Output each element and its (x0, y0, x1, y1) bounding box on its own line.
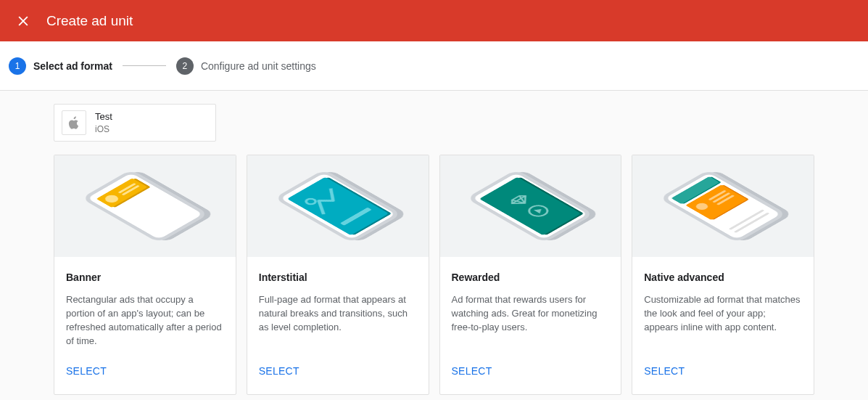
app-selector[interactable]: Test iOS (54, 104, 216, 142)
format-card-banner: Banner Rectangular ads that occupy a por… (54, 155, 236, 395)
format-card-interstitial: Interstitial Full-page ad format that ap… (247, 155, 429, 395)
app-name: Test (95, 111, 112, 123)
step-configure-settings[interactable]: 2 Configure ad unit settings (176, 57, 316, 75)
app-platform: iOS (95, 124, 112, 134)
close-icon[interactable] (15, 12, 32, 30)
interstitial-illustration (247, 155, 429, 257)
content-area: Test iOS Banner Rectangular ads that occ… (0, 91, 868, 400)
select-banner-button[interactable]: SELECT (66, 359, 107, 383)
select-interstitial-button[interactable]: SELECT (259, 359, 299, 383)
step-label-1: Select ad format (33, 60, 112, 72)
card-title: Banner (66, 272, 224, 283)
page-title: Create ad unit (46, 13, 133, 29)
select-native-button[interactable]: SELECT (644, 359, 685, 383)
header-bar: Create ad unit (0, 0, 868, 41)
step-number-1: 1 (9, 57, 26, 75)
apple-icon (62, 110, 86, 135)
app-info: Test iOS (95, 111, 112, 134)
banner-illustration (54, 155, 236, 257)
card-description: Ad format that rewards users for watchin… (452, 293, 610, 348)
card-title: Interstitial (259, 272, 417, 283)
format-card-rewarded: Rewarded Ad format that rewards users fo… (439, 155, 622, 395)
svg-point-2 (304, 197, 317, 205)
stepper: 1 Select ad format 2 Configure ad unit s… (0, 41, 868, 91)
step-select-format[interactable]: 1 Select ad format (9, 57, 112, 75)
card-description: Rectangular ads that occupy a portion of… (66, 293, 224, 348)
step-label-2: Configure ad unit settings (201, 60, 316, 72)
native-illustration (632, 155, 814, 257)
step-connector (123, 65, 166, 66)
card-description: Customizable ad format that matches the … (644, 293, 802, 348)
step-number-2: 2 (176, 57, 194, 75)
format-card-native: Native advanced Customizable ad format t… (632, 155, 814, 395)
rewarded-illustration (440, 155, 621, 257)
card-description: Full-page ad format that appears at natu… (259, 293, 417, 348)
select-rewarded-button[interactable]: SELECT (452, 359, 492, 383)
card-title: Native advanced (644, 272, 802, 283)
format-cards: Banner Rectangular ads that occupy a por… (54, 155, 814, 395)
card-title: Rewarded (452, 272, 610, 283)
